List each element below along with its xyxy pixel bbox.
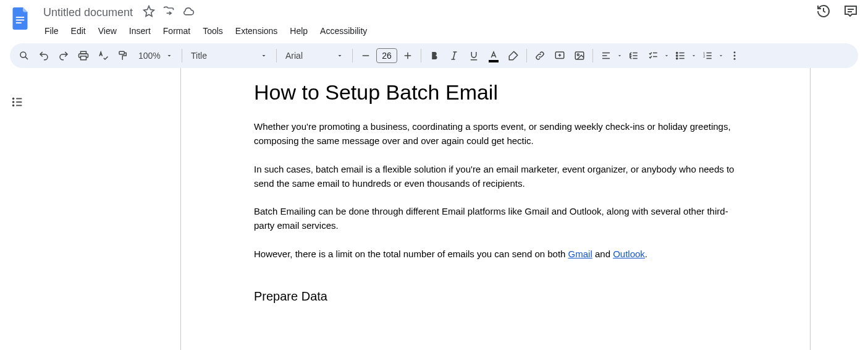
insert-image-button[interactable] [570,46,589,65]
menu-help[interactable]: Help [285,23,313,38]
paragraph[interactable]: Whether you're promoting a business, coo… [254,119,748,148]
svg-line-6 [25,57,28,59]
star-icon[interactable] [143,5,155,20]
document-heading-2[interactable]: Prepare Data [254,275,748,304]
text-color-button[interactable] [484,46,503,65]
move-icon[interactable] [162,5,175,20]
line-spacing-button[interactable] [624,46,643,65]
spellcheck-button[interactable] [94,46,112,65]
chevron-down-icon [166,52,173,59]
document-title-input[interactable]: Untitled document [40,5,137,20]
toolbar: 100% Title Arial 12 [10,43,858,68]
svg-line-15 [453,52,455,59]
svg-rect-9 [119,51,124,54]
paragraph[interactable]: In such cases, batch email is a flexible… [254,162,748,191]
font-size-input[interactable] [376,48,397,63]
comment-history-icon[interactable] [843,4,858,21]
chevron-down-icon[interactable] [718,52,724,59]
menu-file[interactable]: File [40,23,64,38]
print-button[interactable] [74,46,93,65]
cloud-status-icon[interactable] [182,5,195,20]
menu-extensions[interactable]: Extensions [230,23,282,38]
svg-point-47 [13,105,14,106]
redo-button[interactable] [54,46,73,65]
zoom-select[interactable]: 100% [133,47,178,64]
menu-accessibility[interactable]: Accessibility [315,23,372,38]
link-outlook[interactable]: Outlook [613,249,645,259]
insert-link-button[interactable] [531,46,549,65]
numbered-list-button[interactable]: 12 [698,46,717,65]
svg-point-44 [734,58,736,60]
svg-rect-8 [81,56,86,60]
paint-format-button[interactable] [114,46,132,65]
menu-tools[interactable]: Tools [198,23,228,38]
link-gmail[interactable]: Gmail [568,249,592,259]
bold-button[interactable] [425,46,444,65]
search-icon[interactable] [15,46,33,65]
menu-insert[interactable]: Insert [124,23,156,38]
paragraph-style-value: Title [191,51,260,61]
font-family-value: Arial [285,51,336,61]
add-comment-button[interactable] [550,46,569,65]
align-button[interactable] [597,46,615,65]
outline-toggle-icon[interactable] [11,95,24,111]
document-heading-title[interactable]: How to Setup Batch Email [254,80,748,119]
docs-logo[interactable] [10,4,32,33]
svg-rect-0 [16,17,25,18]
svg-point-5 [20,52,26,58]
chevron-down-icon[interactable] [664,52,670,59]
undo-button[interactable] [35,46,53,65]
svg-point-31 [676,52,678,53]
more-options-button[interactable] [725,46,744,65]
paragraph[interactable]: However, there is a limit on the total n… [254,247,748,261]
svg-point-46 [13,101,14,103]
paragraph[interactable]: Batch Emailing can be done through diffe… [254,204,748,233]
highlight-color-button[interactable] [504,46,523,65]
svg-point-43 [734,55,736,57]
increase-font-size-button[interactable] [398,46,417,65]
decrease-font-size-button[interactable] [356,46,375,65]
font-family-select[interactable]: Arial [280,47,348,64]
svg-point-21 [577,54,579,56]
bulleted-list-button[interactable] [671,46,689,65]
menu-format[interactable]: Format [158,23,195,38]
checklist-button[interactable] [644,46,662,65]
chevron-down-icon [260,52,268,59]
menu-bar: File Edit View Insert Format Tools Exten… [40,21,816,38]
chevron-down-icon[interactable] [691,52,697,59]
chevron-down-icon[interactable] [617,52,623,59]
zoom-value: 100% [138,51,164,61]
svg-point-45 [13,98,14,100]
document-page[interactable]: How to Setup Batch Email Whether you're … [180,68,811,350]
chevron-down-icon [336,52,343,59]
svg-point-33 [676,58,678,59]
svg-rect-1 [16,20,25,21]
history-icon[interactable] [816,4,831,21]
underline-button[interactable] [465,46,483,65]
svg-rect-2 [16,22,22,23]
menu-view[interactable]: View [93,23,122,38]
paragraph-style-select[interactable]: Title [186,47,272,64]
svg-point-32 [676,55,678,56]
italic-button[interactable] [445,46,463,65]
svg-text:2: 2 [703,54,705,58]
svg-point-42 [734,51,736,53]
menu-edit[interactable]: Edit [66,23,91,38]
